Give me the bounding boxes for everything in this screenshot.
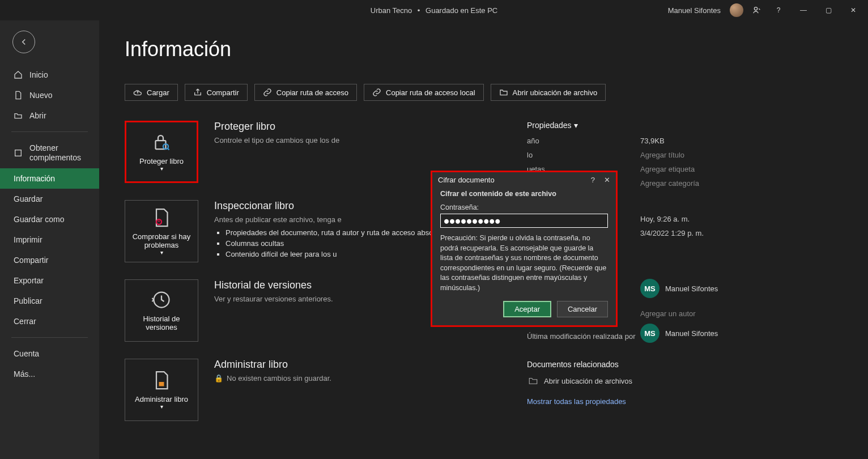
sidebar-label: Guardar como	[14, 215, 64, 224]
svg-rect-1	[15, 150, 22, 156]
list-item: Columnas ocultas	[225, 239, 445, 248]
cloud-upload-icon	[133, 88, 142, 97]
section-title: Proteger libro	[214, 121, 339, 133]
manage-workbook-button[interactable]: Administrar libro ▾	[125, 359, 198, 421]
addin-icon	[14, 148, 23, 158]
sidebar-label: Obtener complementos	[29, 143, 86, 163]
sidebar-item-complementos[interactable]: Obtener complementos	[0, 138, 99, 168]
encrypt-document-dialog: Cifrar documento ? ✕ Cifrar el contenido…	[431, 171, 618, 327]
dialog-warning: Precaución: Si pierde u olvida la contra…	[440, 233, 608, 293]
protect-workbook-button[interactable]: Proteger libro ▾	[125, 121, 198, 183]
sidebar-item-guardar-como[interactable]: Guardar como	[0, 209, 99, 230]
person-name: Manuel Sifontes	[665, 329, 718, 338]
sidebar-label: Cuenta	[14, 349, 39, 358]
document-title: Urban Tecno • Guardado en Este PC	[371, 6, 498, 15]
share-button[interactable]: Compartir	[185, 84, 248, 101]
document-manage-icon	[151, 370, 172, 390]
password-label: Contraseña:	[440, 203, 608, 211]
accept-button[interactable]: Aceptar	[503, 301, 551, 317]
link-icon	[372, 88, 381, 97]
folder-icon	[527, 376, 539, 386]
section-title: Historial de versiones	[214, 279, 333, 291]
maximize-icon[interactable]: ▢	[820, 6, 836, 14]
sidebar-label: Guardar	[14, 194, 42, 203]
sidebar-item-exportar[interactable]: Exportar	[0, 270, 99, 291]
document-warning-icon	[151, 207, 172, 228]
section-desc: Antes de publicar este archivo, tenga e	[214, 215, 445, 224]
dialog-title: Cifrar documento	[438, 176, 495, 184]
prop-label: año	[527, 137, 640, 145]
sidebar-item-publicar[interactable]: Publicar	[0, 291, 99, 311]
prop-value[interactable]: Agregar título	[640, 151, 684, 159]
sidebar-item-imprimir[interactable]: Imprimir	[0, 230, 99, 250]
sidebar-item-cerrar[interactable]: Cerrar	[0, 311, 99, 332]
add-author[interactable]: Agregar un autor	[640, 309, 696, 318]
sidebar-item-nuevo[interactable]: Nuevo	[0, 85, 99, 105]
prop-label: lo	[527, 151, 640, 159]
section-desc: Ver y restaurar versiones anteriores.	[214, 295, 333, 303]
person-name: Manuel Sifontes	[665, 284, 718, 293]
copy-local-path-button[interactable]: Copiar ruta de acceso local	[364, 84, 484, 101]
upload-button[interactable]: Cargar	[125, 84, 178, 101]
page-title: Información	[125, 37, 868, 61]
sidebar-item-abrir[interactable]: Abrir	[0, 105, 99, 126]
back-button[interactable]	[12, 31, 35, 53]
sidebar-label: Abrir	[29, 111, 46, 120]
cancel-button[interactable]: Cancelar	[557, 301, 608, 317]
show-all-properties-link[interactable]: Mostrar todas las propiedades	[527, 397, 626, 406]
copy-path-button[interactable]: Copiar ruta de acceso	[254, 84, 357, 101]
person-badge: MS	[640, 279, 659, 298]
minimize-icon[interactable]: —	[795, 6, 811, 14]
history-icon	[151, 290, 172, 310]
sidebar: Inicio Nuevo Abrir Obtener complementos …	[0, 20, 99, 459]
version-history-button[interactable]: Historial de versiones	[125, 279, 198, 342]
help-icon[interactable]: ?	[771, 6, 786, 14]
password-input[interactable]	[440, 214, 608, 228]
share-icon	[193, 88, 202, 97]
section-desc: Controle el tipo de cambios que los de	[214, 136, 339, 144]
sidebar-label: Nuevo	[29, 91, 52, 100]
sidebar-label: Más...	[14, 369, 35, 379]
section-title: Administrar libro	[214, 359, 331, 371]
sidebar-item-cuenta[interactable]: Cuenta	[0, 343, 99, 364]
inspect-workbook-button[interactable]: Comprobar si hay problemas ▾	[125, 200, 198, 262]
dialog-help-icon[interactable]: ?	[591, 176, 595, 184]
folder-open-icon	[14, 111, 23, 120]
titlebar: Urban Tecno • Guardado en Este PC Manuel…	[0, 0, 868, 20]
sidebar-label: Compartir	[14, 256, 48, 265]
sidebar-label: Cerrar	[14, 317, 36, 326]
svg-rect-6	[159, 382, 164, 386]
notifications-icon[interactable]	[752, 6, 761, 15]
lock-search-icon	[151, 132, 172, 152]
sidebar-item-mas[interactable]: Más...	[0, 364, 99, 384]
svg-point-0	[754, 7, 757, 10]
chevron-down-icon: ▾	[574, 121, 578, 130]
chevron-down-icon: ▾	[160, 165, 163, 172]
chevron-down-icon: ▾	[160, 403, 163, 410]
avatar[interactable]	[730, 3, 743, 17]
close-icon[interactable]: ✕	[845, 6, 861, 14]
properties-heading[interactable]: Propiedades ▾	[527, 121, 851, 130]
prop-label: Última modificación realizada por	[527, 332, 640, 341]
sidebar-label: Inicio	[29, 70, 48, 79]
prop-value: Hoy, 9:26 a. m.	[640, 215, 690, 223]
person-badge: MS	[640, 324, 659, 343]
section-desc: 🔒No existen cambios sin guardar.	[214, 374, 331, 382]
open-location-button[interactable]: Abrir ubicación de archivo	[491, 84, 606, 101]
chevron-down-icon: ▾	[160, 249, 163, 256]
sidebar-item-guardar[interactable]: Guardar	[0, 189, 99, 209]
dialog-close-icon[interactable]: ✕	[604, 176, 610, 184]
prop-value[interactable]: Agregar categoría	[640, 179, 699, 188]
link-icon	[263, 88, 272, 97]
lock-icon: 🔒	[214, 374, 223, 382]
related-docs-heading: Documentos relacionados	[527, 360, 851, 369]
home-icon	[14, 70, 23, 79]
sidebar-item-informacion[interactable]: Información	[0, 168, 99, 189]
sidebar-label: Imprimir	[14, 235, 42, 244]
sidebar-item-compartir[interactable]: Compartir	[0, 250, 99, 270]
list-item: Contenido difícil de leer para los u	[225, 250, 445, 258]
dialog-subtitle: Cifrar el contenido de este archivo	[440, 190, 608, 198]
sidebar-item-inicio[interactable]: Inicio	[0, 65, 99, 85]
prop-value[interactable]: Agregar etiqueta	[640, 165, 695, 173]
open-file-location-link[interactable]: Abrir ubicación de archivos	[544, 377, 632, 385]
